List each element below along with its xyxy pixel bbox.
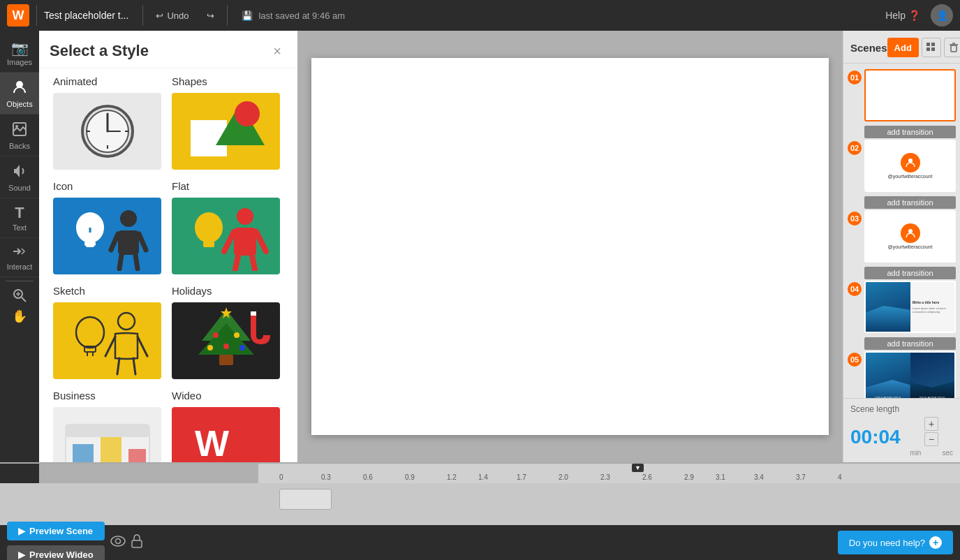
scenes-delete-button[interactable]	[944, 38, 960, 57]
category-shapes-thumb[interactable]	[172, 93, 280, 170]
hand-tool-button[interactable]: ✋	[12, 306, 27, 327]
min-label: min	[910, 449, 921, 457]
sketch-thumbnail-svg	[62, 306, 153, 376]
preview-wideo-button[interactable]: ▶ Preview Wideo	[7, 545, 105, 561]
scene-thumb-04[interactable]: Write a title here Lorem ipsum dolor sit…	[864, 281, 956, 333]
svg-point-51	[207, 345, 213, 351]
play-icon-scene: ▶	[18, 526, 25, 536]
ruler-mark-31: 3.1	[716, 473, 725, 481]
social-icon	[905, 157, 916, 168]
category-wideo-label: Wideo	[172, 390, 283, 401]
preview-scene-button[interactable]: ▶ Preview Scene	[7, 522, 105, 540]
scenes-title: Scenes	[850, 42, 887, 54]
category-business: Business	[50, 390, 168, 462]
do-you-need-help-button[interactable]: Do you need help? +	[838, 531, 953, 554]
category-sketch-thumb[interactable]	[53, 302, 161, 379]
category-icon: Icon	[50, 180, 168, 274]
timeline: 0 0.3 0.6 0.9 1.2 1.4 1.7 2.0 2.3 2.6 2.…	[0, 462, 960, 525]
sidebar-item-interact[interactable]: Interact	[0, 238, 39, 277]
min-sec-label: min sec	[910, 449, 953, 457]
svg-line-27	[135, 255, 138, 269]
scene-length-decrease[interactable]: −	[924, 432, 938, 446]
grid-icon	[926, 43, 936, 52]
redo-button[interactable]: ↪	[201, 8, 220, 24]
sec-label: sec	[942, 449, 953, 457]
scene-length-increase[interactable]: +	[924, 417, 938, 431]
main-content: 📷 Images Objects Backs	[0, 31, 960, 462]
user-avatar[interactable]: 👤	[931, 4, 953, 27]
add-scene-button[interactable]: Add	[887, 38, 919, 57]
category-animated-thumb[interactable]	[53, 93, 161, 170]
transition-label-3: add transition	[887, 269, 933, 277]
scene-item-02: 02 @yourtwitteraccount	[848, 140, 956, 192]
help-button[interactable]: Help ❓	[885, 10, 920, 21]
scene-transition-3-4[interactable]: add transition	[864, 267, 956, 279]
lock-icon	[131, 534, 142, 548]
category-business-label: Business	[53, 390, 165, 401]
bottom-section: 0 0.3 0.6 0.9 1.2 1.4 1.7 2.0 2.3 2.6 2.…	[0, 462, 960, 560]
svg-line-26	[119, 255, 121, 269]
timeline-clip[interactable]	[279, 489, 332, 510]
category-holidays-thumb[interactable]	[172, 302, 280, 379]
ruler-mark-14: 1.4	[478, 473, 488, 481]
scenes-grid-button[interactable]	[922, 38, 941, 57]
sidebar-item-text[interactable]: T Text	[0, 198, 39, 238]
scene-transition-2-3[interactable]: add transition	[864, 196, 956, 209]
scene-thumb-05[interactable]: TITLE AFTER TITLE TITLE AFTER TITLE	[864, 351, 956, 398]
transition-label-4: add transition	[887, 339, 933, 348]
main-canvas[interactable]	[311, 58, 829, 435]
panel-header: Select a Style ×	[39, 31, 297, 68]
business-thumbnail-svg	[62, 411, 153, 462]
svg-line-24	[111, 234, 118, 250]
scene-02-content: @yourtwitteraccount	[866, 141, 954, 191]
svg-rect-62	[931, 43, 935, 46]
category-business-thumb[interactable]	[53, 407, 161, 462]
timeline-sidebar-space	[0, 464, 39, 483]
scenes-list: 01 add transition 02	[843, 64, 960, 398]
canvas-area	[297, 31, 843, 462]
zoom-in-button[interactable]	[13, 285, 27, 306]
scenes-controls: Add	[887, 38, 960, 57]
svg-line-43	[117, 358, 119, 374]
sidebar-item-objects[interactable]: Objects	[0, 73, 39, 115]
ruler-mark-26: 2.6	[642, 473, 652, 481]
category-sketch: Sketch	[50, 285, 168, 379]
ruler-mark-37: 3.7	[796, 473, 806, 481]
category-holidays: Holidays	[168, 285, 287, 379]
svg-point-68	[908, 159, 913, 163]
panel-close-button[interactable]: ×	[267, 41, 287, 61]
sidebar-item-sound[interactable]: Sound	[0, 156, 39, 198]
play-icon-wideo: ▶	[18, 550, 25, 560]
svg-point-40	[118, 313, 135, 330]
scene-number-04: 04	[848, 282, 862, 296]
svg-rect-63	[926, 47, 930, 51]
svg-line-4	[22, 297, 26, 302]
sidebar-item-backs[interactable]: Backs	[0, 115, 39, 156]
svg-point-70	[111, 536, 125, 546]
shapes-thumbnail-svg	[188, 100, 265, 163]
avatar-icon: 👤	[936, 10, 948, 21]
lock-button[interactable]	[131, 534, 142, 552]
eye-visibility-button[interactable]	[110, 536, 126, 550]
undo-button[interactable]: ↩ Undo	[150, 8, 194, 24]
category-flat-thumb[interactable]	[172, 198, 280, 274]
scene-thumb-03[interactable]: @yourtwitteraccount	[864, 210, 956, 263]
svg-point-49	[213, 332, 219, 338]
scene-number-03: 03	[848, 212, 862, 226]
category-icon-thumb[interactable]	[53, 198, 161, 274]
flat-thumbnail-svg	[181, 201, 272, 271]
scenes-panel: Scenes Add	[843, 31, 960, 462]
scene-transition-4-5[interactable]: add transition	[864, 337, 956, 350]
scene-transition-1-2[interactable]: add transition	[864, 126, 956, 138]
svg-rect-23	[118, 230, 139, 255]
scene-thumb-01[interactable]	[864, 69, 956, 121]
save-icon: 💾	[242, 10, 253, 21]
scene-length-value: 00:04	[850, 426, 901, 448]
svg-point-22	[120, 210, 137, 227]
scene-thumb-02[interactable]: @yourtwitteraccount	[864, 140, 956, 192]
svg-point-69	[908, 229, 913, 233]
backs-icon	[12, 121, 27, 139]
playhead-indicator[interactable]: ▼	[632, 464, 644, 472]
category-wideo-thumb[interactable]: W	[172, 407, 280, 462]
sidebar-item-images[interactable]: 📷 Images	[0, 34, 39, 73]
